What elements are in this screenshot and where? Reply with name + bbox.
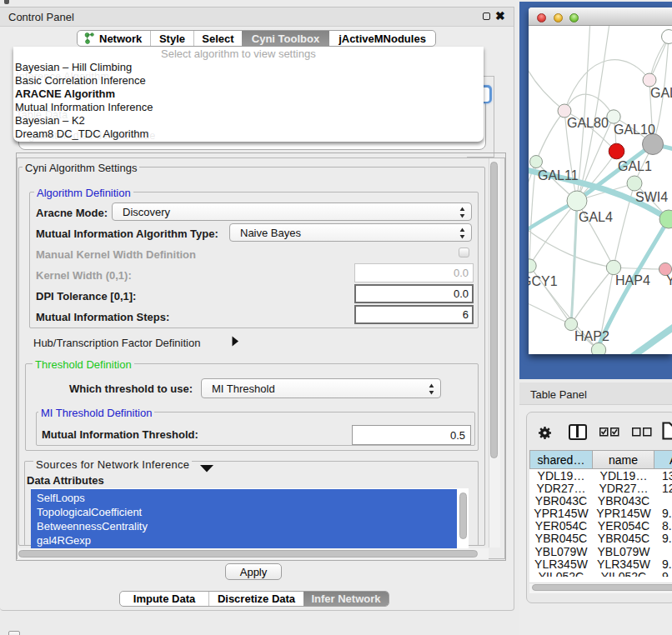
svg-text:GAL4: GAL4 xyxy=(579,210,613,224)
svg-text:GCY1: GCY1 xyxy=(529,274,558,288)
svg-text:Y: Y xyxy=(666,273,672,288)
svg-text:SWI4: SWI4 xyxy=(635,190,668,204)
svg-text:GAL11: GAL11 xyxy=(538,168,579,182)
svg-text:GAL80: GAL80 xyxy=(567,116,609,130)
svg-text:GAL10: GAL10 xyxy=(614,122,655,137)
svg-text:HAP4: HAP4 xyxy=(615,273,650,288)
svg-text:GAL: GAL xyxy=(650,86,672,100)
svg-text:HAP2: HAP2 xyxy=(574,329,609,343)
svg-text:GAL1: GAL1 xyxy=(618,159,652,173)
